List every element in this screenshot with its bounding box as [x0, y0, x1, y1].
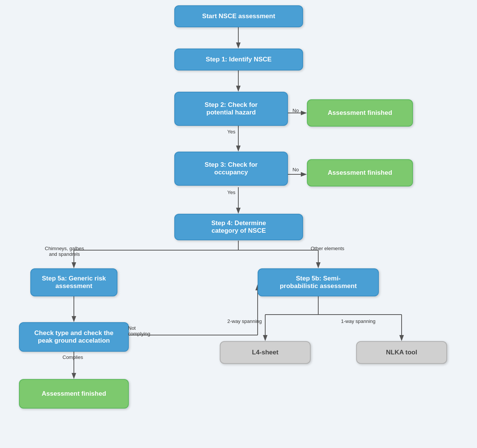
- node-af2: Assessment finished: [307, 159, 413, 186]
- svg-marker-30: [263, 335, 267, 341]
- label-no2: No: [292, 167, 299, 172]
- label-1way: 1-way spanning: [341, 318, 375, 324]
- svg-marker-3: [236, 86, 241, 92]
- svg-marker-15: [72, 262, 76, 268]
- svg-marker-1: [236, 42, 241, 49]
- svg-marker-7: [236, 146, 241, 152]
- svg-marker-11: [236, 208, 241, 214]
- node-step5a: Step 5a: Generic riskassessment: [30, 268, 117, 296]
- node-nlka: NLKA tool: [356, 341, 447, 364]
- flowchart: Start NSCE assessment Step 1: Identify N…: [0, 0, 477, 448]
- label-complies: Complies: [63, 354, 83, 360]
- label-other: Other elements: [311, 246, 344, 251]
- svg-marker-23: [72, 373, 76, 379]
- node-step2: Step 2: Check forpotential hazard: [174, 92, 288, 126]
- node-step3: Step 3: Check foroccupancy: [174, 152, 288, 186]
- svg-marker-19: [316, 262, 321, 268]
- label-chimneys: Chimneys, galbesand spandrels: [30, 246, 99, 257]
- node-check-peak: Check type and check thepeak ground acce…: [19, 322, 129, 352]
- node-af3: Assessment finished: [19, 379, 129, 409]
- svg-marker-5: [301, 111, 307, 115]
- svg-marker-21: [72, 316, 76, 322]
- node-step1: Step 1: Identify NSCE: [174, 49, 303, 70]
- label-yes1: Yes: [227, 129, 235, 135]
- node-af1: Assessment finished: [307, 99, 413, 127]
- label-no1: No: [292, 108, 299, 113]
- node-step4: Step 4: Determinecategory of NSCE: [174, 214, 303, 240]
- svg-marker-34: [399, 335, 404, 341]
- label-not-complying: Notcomplying: [128, 325, 150, 337]
- node-l4sheet: L4-sheet: [220, 341, 311, 364]
- svg-marker-9: [301, 172, 307, 177]
- label-yes2: Yes: [227, 190, 235, 195]
- node-start: Start NSCE assessment: [174, 5, 303, 27]
- node-step5b: Step 5b: Semi-probabilistic assessment: [258, 268, 379, 296]
- label-2way: 2-way spanning: [227, 318, 262, 324]
